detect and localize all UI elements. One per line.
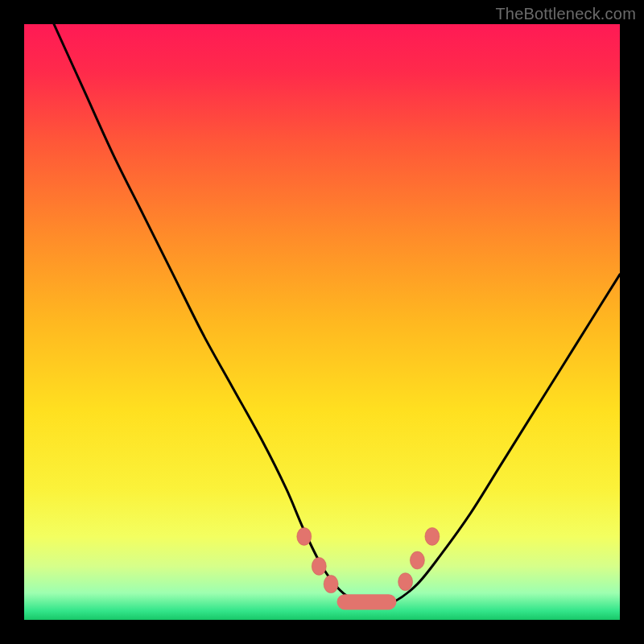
plot-svg	[24, 24, 620, 620]
highlight-marker	[425, 527, 440, 545]
gradient-background	[24, 24, 620, 620]
plot-area	[24, 24, 620, 620]
flat-band	[337, 594, 397, 609]
highlight-marker	[324, 576, 338, 593]
highlight-marker	[398, 573, 413, 591]
highlight-marker	[297, 527, 312, 545]
watermark-text: TheBottleneck.com	[495, 5, 636, 23]
band-layer	[337, 594, 397, 609]
outer-frame: TheBottleneck.com	[0, 0, 644, 644]
highlight-marker	[410, 551, 424, 569]
highlight-marker	[312, 557, 326, 575]
